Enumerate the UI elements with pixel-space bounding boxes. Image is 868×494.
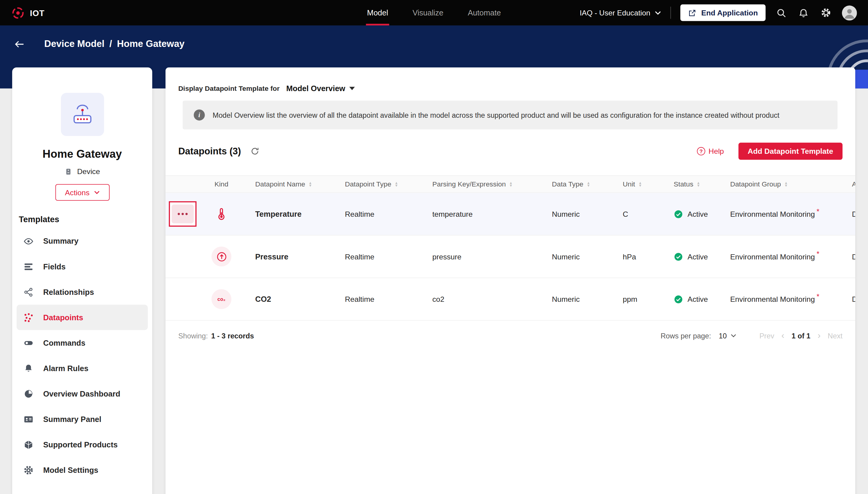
col-datapoint-name[interactable]: Datapoint Name ▲▼ [243,180,337,188]
sidebar-item-alarm-rules[interactable]: Alarm Rules [17,355,148,381]
sidebar-item-supported-products[interactable]: Supported Products [17,432,148,457]
back-button[interactable] [11,37,28,52]
iot-logo-icon [11,6,25,20]
group-label: Environmental Monitoring [730,210,815,218]
actions-button[interactable]: Actions [55,184,109,201]
sidebar-item-summary[interactable]: Summary [17,228,148,254]
chevron-right-icon[interactable]: › [818,331,821,340]
brand-logo[interactable]: IOT [11,6,45,20]
refresh-button[interactable] [249,145,261,157]
info-banner-text: Model Overview list the overview of all … [213,111,779,119]
col-label: Parsing Key/Expression [432,180,506,188]
sidebar-item-label: Alarm Rules [43,364,88,373]
eye-icon [23,236,34,246]
datapoints-header-actions: ? Help Add Datapoint Template [697,142,843,160]
datapoint-group-cell: Environmental Monitoring * [723,252,844,261]
co2-icon: co₂ [212,289,232,309]
col-label: Data Type [552,180,583,188]
nav-tab-model[interactable]: Model [366,0,389,25]
sort-icon: ▲▼ [638,181,642,187]
sidebar-item-label: Relationships [43,288,94,296]
click-target-highlight [169,201,196,227]
sidebar-item-datapoints[interactable]: Datapoints [17,305,148,330]
sort-icon: ▲▼ [309,181,312,187]
sidebar-item-model-settings[interactable]: Model Settings [17,457,148,483]
top-navbar: IOT Model Visualize Automate IAQ - User … [0,0,868,25]
help-label: Help [709,147,724,155]
end-application-button[interactable]: End Application [680,4,765,21]
sidebar-item-overview-dashboard[interactable]: Overview Dashboard [17,381,148,406]
templates-section-label: Templates [19,215,152,224]
sidebar-item-summary-panel[interactable]: Summary Panel [17,406,148,432]
application-selector[interactable]: IAQ - User Education [580,8,661,17]
status-label: Active [688,252,708,261]
col-datapoint-type[interactable]: Datapoint Type ▲▼ [337,180,424,188]
device-icon [65,167,73,175]
arrow-left-icon [14,40,24,49]
user-avatar[interactable] [842,5,857,20]
next-button[interactable]: Next [828,331,843,340]
box-cube-icon [23,439,34,450]
device-name: Home Gateway [12,148,152,160]
display-template-dropdown[interactable]: Model Overview [286,84,355,93]
clipped-cell: D [844,295,855,303]
bell-icon [798,7,809,18]
sidebar-item-relationships[interactable]: Relationships [17,279,148,305]
unit-cell: ppm [615,295,666,303]
status-cell: Active [666,209,722,218]
nav-tab-automate-label: Automate [468,8,501,17]
col-parsing-key[interactable]: Parsing Key/Expression ▲▼ [424,180,544,188]
col-label: Datapoint Group [730,180,781,188]
col-datapoint-group[interactable]: Datapoint Group ▲▼ [723,180,844,188]
add-datapoint-template-button[interactable]: Add Datapoint Template [738,142,843,160]
clipped-cell: D [844,210,855,218]
table-row-co2: co₂ CO2 Realtime co2 Numeric ppm Active … [165,278,855,321]
help-question-icon: ? [697,147,705,155]
settings-button[interactable] [819,6,833,19]
col-label: Datapoint Name [255,180,305,188]
application-selector-label: IAQ - User Education [580,8,650,17]
sort-icon: ▲▼ [784,181,788,187]
kind-cell [200,247,243,267]
clipped-cell: D [844,252,855,261]
datapoint-name-cell: CO2 [243,295,337,304]
col-unit[interactable]: Unit ▲▼ [615,180,666,188]
prev-button[interactable]: Prev [759,331,774,340]
data-type-cell: Numeric [544,252,615,261]
unit-cell: C [615,210,666,218]
sidebar-item-fields[interactable]: Fields [17,254,148,279]
kind-cell: co₂ [200,289,243,309]
datapoint-group-cell: Environmental Monitoring * [723,210,844,218]
datapoint-type-cell: Realtime [337,295,424,303]
unit-cell: hPa [615,252,666,261]
end-application-label: End Application [701,8,758,17]
search-button[interactable] [775,6,788,19]
breadcrumb-separator: / [109,39,112,50]
breadcrumb-row: Device Model / Home Gateway [0,25,868,63]
primary-nav: Model Visualize Automate [366,0,502,25]
rows-per-page-value: 10 [719,331,727,340]
device-illustration [60,93,104,136]
nav-tab-automate[interactable]: Automate [467,0,502,25]
gauge-icon [212,247,232,267]
help-link[interactable]: ? Help [697,147,724,155]
col-kind: Kind [200,180,243,188]
parsing-key-cell: co2 [424,295,544,303]
col-data-type[interactable]: Data Type ▲▼ [544,180,615,188]
required-asterisk: * [816,292,819,300]
sidebar-item-commands[interactable]: Commands [17,330,148,355]
rows-per-page-select[interactable]: 10 [719,331,736,340]
datapoints-title: Datapoints (3) [178,146,241,157]
breadcrumb-device-model[interactable]: Device Model [44,39,104,50]
nav-tab-visualize[interactable]: Visualize [411,0,444,25]
col-status[interactable]: Status ▲▼ [666,180,722,188]
navbar-divider [670,7,671,19]
info-icon: i [194,110,205,121]
chevron-left-icon[interactable]: ‹ [781,331,784,340]
col-clipped[interactable]: A [844,180,855,188]
row-more-options-button[interactable] [171,205,194,223]
toggle-icon [23,338,34,348]
sidebar-item-label: Overview Dashboard [43,389,120,398]
notifications-button[interactable] [797,6,810,19]
status-cell: Active [666,252,722,261]
